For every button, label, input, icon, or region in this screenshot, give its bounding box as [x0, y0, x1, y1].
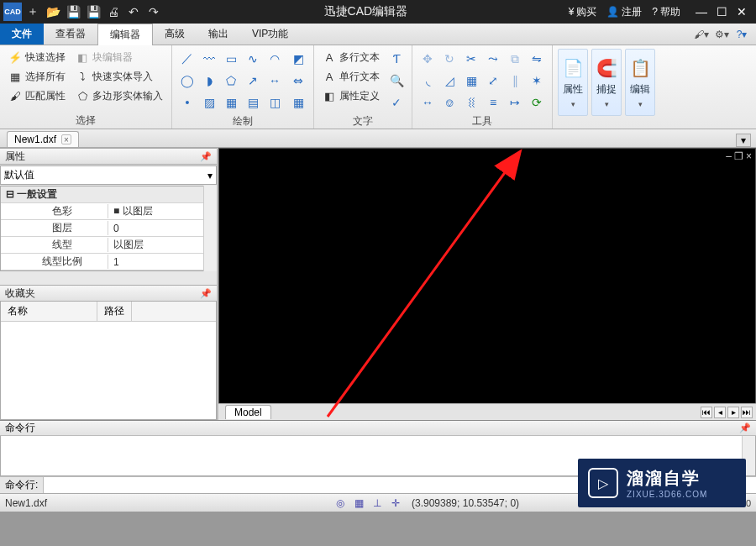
- buy-button[interactable]: ¥购买: [565, 5, 601, 19]
- snap-button[interactable]: 🧲 捕捉▾: [591, 49, 622, 116]
- match-props-button[interactable]: 🖌匹配属性: [5, 87, 69, 105]
- trim-icon[interactable]: ✂: [461, 49, 481, 69]
- pin-icon[interactable]: 📌: [739, 423, 751, 433]
- doc-tabs-more-icon[interactable]: ▾: [736, 134, 751, 147]
- help-dropdown-icon[interactable]: ?▾: [734, 27, 749, 42]
- command-header[interactable]: 命令行 📌: [0, 421, 756, 436]
- properties-panel-header[interactable]: 属性 📌: [0, 148, 217, 165]
- mirror-icon[interactable]: ⇋: [527, 49, 547, 69]
- help-button[interactable]: ?帮助: [648, 5, 684, 19]
- circle-icon[interactable]: ◯: [177, 71, 197, 91]
- fav-col-name[interactable]: 名称: [1, 302, 97, 321]
- rect-icon[interactable]: ▭: [221, 49, 241, 69]
- status-ortho-icon[interactable]: ⊥: [370, 496, 385, 510]
- scale-icon[interactable]: ⤢: [483, 71, 503, 91]
- tab-nav-prev-icon[interactable]: ◂: [714, 407, 726, 418]
- minimize-icon[interactable]: —: [692, 3, 711, 20]
- status-polar-icon[interactable]: ✛: [388, 496, 403, 510]
- doc-close-icon[interactable]: ×: [61, 134, 71, 144]
- ellipse-icon[interactable]: ◗: [199, 71, 219, 91]
- dims-icon[interactable]: ⇔: [288, 71, 308, 91]
- tab-advanced[interactable]: 高级: [153, 24, 197, 45]
- region-icon[interactable]: ▦: [221, 92, 241, 113]
- tab-vip[interactable]: VIP功能: [240, 24, 300, 45]
- prop-row-linetype[interactable]: 线型以图层: [1, 237, 216, 254]
- polygon-icon[interactable]: ⬠: [221, 71, 241, 91]
- line-icon[interactable]: ／: [177, 49, 197, 69]
- settings-dropdown-icon[interactable]: ⚙▾: [714, 27, 729, 42]
- explode-icon[interactable]: ✶: [527, 71, 547, 91]
- drawing-canvas[interactable]: – ❐ ×: [219, 149, 755, 419]
- text-spell-icon[interactable]: ✓: [386, 92, 407, 113]
- new-icon[interactable]: ＋: [24, 3, 42, 21]
- arc-icon[interactable]: ◠: [265, 49, 285, 69]
- point-icon[interactable]: •: [177, 92, 197, 113]
- solid-import-button[interactable]: ⤵快速实体导入: [72, 68, 166, 86]
- fav-col-path[interactable]: 路径: [97, 302, 132, 321]
- prop-section-general[interactable]: ⊟ 一般设置: [1, 186, 216, 203]
- align-icon[interactable]: ≡: [483, 92, 503, 113]
- stretch-icon[interactable]: ↔: [417, 92, 438, 113]
- table-icon[interactable]: ▤: [243, 92, 263, 113]
- mtext-button[interactable]: A多行文本: [319, 49, 383, 66]
- grid-icon[interactable]: ▦: [288, 92, 308, 113]
- text-style-icon[interactable]: Ƭ: [386, 49, 407, 69]
- tab-nav-next-icon[interactable]: ▸: [727, 407, 739, 418]
- undo-icon[interactable]: ↶: [124, 3, 143, 21]
- boundary-icon[interactable]: ◫: [265, 92, 285, 113]
- tab-viewer[interactable]: 查看器: [44, 24, 97, 45]
- pin-icon[interactable]: 📌: [200, 288, 212, 299]
- prop-row-linescale[interactable]: 线型比例1: [1, 254, 216, 270]
- maximize-icon[interactable]: ☐: [712, 3, 731, 20]
- favorites-panel-header[interactable]: 收藏夹 📌: [0, 285, 217, 302]
- pin-icon[interactable]: 📌: [200, 151, 212, 162]
- save-all-icon[interactable]: 💾: [84, 3, 102, 21]
- status-snap-icon[interactable]: ◎: [333, 496, 348, 510]
- hatch-icon[interactable]: ▨: [199, 92, 219, 113]
- doc-minimize-icon[interactable]: –: [726, 150, 732, 162]
- properties-button[interactable]: 📄 属性▾: [558, 49, 588, 116]
- xline-icon[interactable]: ↔: [265, 71, 285, 91]
- poly-import-button[interactable]: ⬠多边形实体输入: [72, 87, 166, 105]
- ray-icon[interactable]: ↗: [243, 71, 263, 91]
- tab-output[interactable]: 输出: [197, 24, 240, 45]
- lengthen-icon[interactable]: ↦: [505, 92, 525, 113]
- extend-icon[interactable]: ⤳: [483, 49, 503, 69]
- quick-select-button[interactable]: ⚡快速选择: [5, 49, 69, 66]
- save-icon[interactable]: 💾: [64, 3, 82, 21]
- text-find-icon[interactable]: 🔍: [386, 71, 407, 91]
- select-all-button[interactable]: ▦选择所有: [5, 68, 69, 86]
- prop-row-layer[interactable]: 图层0: [1, 220, 216, 237]
- spline-icon[interactable]: ∿: [243, 49, 263, 69]
- tab-editor[interactable]: 编辑器: [97, 24, 153, 45]
- doc-restore-icon[interactable]: ❐: [734, 150, 743, 162]
- text-button[interactable]: A单行文本: [319, 68, 383, 86]
- redo-icon[interactable]: ↷: [144, 3, 163, 21]
- refresh-icon[interactable]: ⟳: [527, 92, 547, 113]
- document-tab[interactable]: New1.dxf ×: [7, 131, 79, 147]
- command-history[interactable]: [0, 436, 756, 476]
- chamfer-icon[interactable]: ◿: [439, 71, 459, 91]
- app-icon[interactable]: CAD: [3, 3, 22, 21]
- doc-close-icon[interactable]: ×: [746, 150, 752, 162]
- fillet-icon[interactable]: ◟: [417, 71, 438, 91]
- style-dropdown-icon[interactable]: 🖌▾: [694, 27, 709, 42]
- register-button[interactable]: 👤注册: [603, 5, 645, 19]
- properties-selector[interactable]: 默认值▾: [0, 165, 217, 185]
- block-insert-icon[interactable]: ◩: [288, 49, 308, 69]
- status-grid-icon[interactable]: ▦: [351, 496, 366, 510]
- tab-nav-first-icon[interactable]: ⏮: [701, 407, 712, 418]
- model-tab[interactable]: Model: [225, 405, 271, 419]
- tab-file[interactable]: 文件: [0, 24, 44, 45]
- polyline-icon[interactable]: 〰: [199, 49, 219, 69]
- join-icon[interactable]: ⧛: [461, 92, 481, 113]
- array-icon[interactable]: ▦: [461, 71, 481, 91]
- prop-row-color[interactable]: 色彩■ 以图层: [1, 203, 216, 220]
- command-input[interactable]: [44, 477, 756, 493]
- scrollbar-thumb[interactable]: [205, 187, 216, 221]
- print-icon[interactable]: 🖨: [104, 3, 123, 21]
- attrdef-button[interactable]: ◧属性定义: [319, 87, 383, 105]
- close-icon[interactable]: ✕: [732, 3, 751, 20]
- edit-button[interactable]: 📋 编辑▾: [625, 49, 655, 116]
- break-icon[interactable]: ⎊: [439, 92, 459, 113]
